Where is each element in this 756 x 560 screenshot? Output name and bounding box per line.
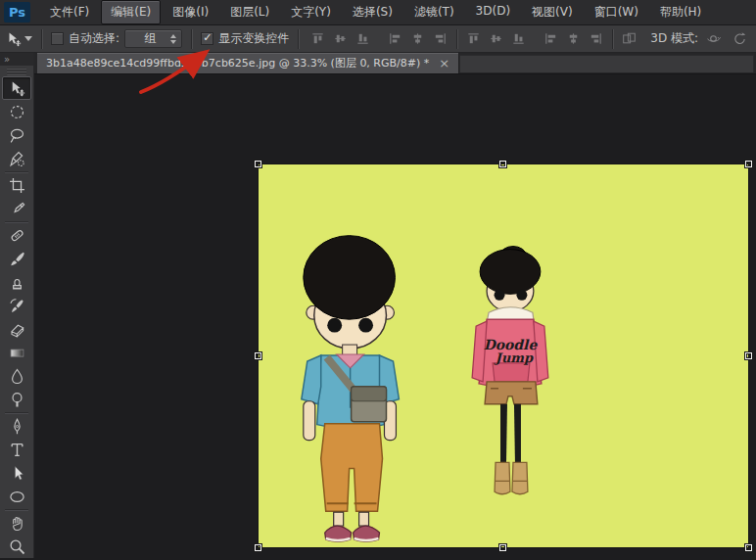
chevron-down-icon: [24, 36, 32, 41]
eraser-tool[interactable]: [2, 317, 31, 341]
align-vertical-centers-button[interactable]: [330, 29, 351, 49]
group-dropdown[interactable]: 组: [124, 29, 182, 48]
toolbar-separator: [5, 171, 28, 172]
distribute-vertical-centers-button[interactable]: [486, 29, 506, 49]
move-tool[interactable]: [2, 76, 31, 100]
tab-bar-empty-space: [459, 55, 754, 72]
eyedropper-tool[interactable]: [2, 197, 31, 220]
mode-3d-icons: [703, 29, 750, 49]
dodge-tool[interactable]: [2, 388, 31, 411]
boy-figure: [302, 236, 400, 541]
distribute-right-edges-button[interactable]: [586, 29, 606, 49]
menu-item-9[interactable]: 视图(V): [522, 0, 583, 24]
3d-roll-icon[interactable]: [730, 29, 750, 49]
workspace: » 3b1a48e89ce14cd99ffbd536b7cb625e.jpg @…: [0, 53, 756, 558]
toolbar-separator: [5, 221, 28, 222]
separator: [191, 29, 192, 49]
photoshop-logo: Ps: [4, 2, 30, 23]
document-tab[interactable]: 3b1a48e89ce14cd99ffbd536b7cb625e.jpg @ 3…: [37, 53, 459, 73]
auto-select-label: 自动选择:: [69, 30, 119, 47]
mode-3d-label: 3D 模式:: [650, 30, 698, 47]
blur-tool[interactable]: [2, 364, 31, 388]
zoom-tool[interactable]: [2, 535, 31, 558]
document-tab-bar: 3b1a48e89ce14cd99ffbd536b7cb625e.jpg @ 3…: [34, 53, 756, 74]
separator: [612, 29, 613, 49]
transform-handle-top-right[interactable]: [745, 161, 752, 167]
show-transform-checkbox[interactable]: ✓: [201, 32, 213, 45]
align-horizontal-centers-button[interactable]: [407, 29, 428, 49]
image-canvas[interactable]: Doodle Jump: [258, 163, 749, 548]
close-icon[interactable]: ×: [439, 57, 449, 70]
toolbar-tools: [0, 76, 33, 558]
spot-healing-brush-tool[interactable]: [2, 223, 31, 247]
menu-item-1[interactable]: 文件(F): [40, 0, 99, 24]
toolbar-separator: [5, 412, 28, 413]
girl-figure: Doodle Jump: [472, 247, 548, 494]
menu-bar: Ps 文件(F)编辑(E)图像(I)图层(L)文字(Y)选择(S)滤镜(T)3D…: [0, 0, 756, 25]
distribute-left-edges-button[interactable]: [541, 29, 561, 49]
tools-panel-collapse-button[interactable]: »: [0, 53, 33, 66]
menu-item-4[interactable]: 图层(L): [220, 0, 279, 24]
auto-select-checkbox[interactable]: [51, 32, 64, 45]
transform-handle-bottom-left[interactable]: [255, 544, 261, 551]
tool-options-bar: 自动选择: 组 ✓ 显示变换控件 3D 模式:: [0, 25, 756, 53]
type-tool[interactable]: [2, 438, 31, 461]
quick-selection-tool[interactable]: [2, 147, 31, 170]
toolbar-separator: [5, 509, 28, 510]
gradient-tool[interactable]: [2, 341, 31, 364]
menu-item-7[interactable]: 滤镜(T): [404, 0, 464, 24]
menu-item-8[interactable]: 3D(D): [466, 0, 520, 24]
crop-tool[interactable]: [2, 173, 31, 197]
menu-items: 文件(F)编辑(E)图像(I)图层(L)文字(Y)选择(S)滤镜(T)3D(D)…: [40, 0, 711, 24]
spinner-icon: [170, 34, 176, 44]
3d-orbit-icon[interactable]: [703, 29, 724, 49]
menu-item-6[interactable]: 选择(S): [343, 0, 402, 24]
elliptical-marquee-tool[interactable]: [2, 100, 31, 123]
ellipse-tool[interactable]: [2, 485, 31, 508]
brush-tool[interactable]: [2, 247, 31, 270]
hoodie-text-line2: Jump: [494, 350, 534, 365]
double-chevron-icon: »: [4, 55, 10, 65]
align-right-edges-button[interactable]: [430, 29, 450, 49]
canvas-pasteboard[interactable]: Doodle Jump: [34, 74, 756, 558]
transform-handle-middle-left[interactable]: [255, 352, 261, 359]
distribute-top-edges-button[interactable]: [463, 29, 484, 49]
menu-item-10[interactable]: 窗口(W): [585, 0, 648, 24]
hand-tool[interactable]: [2, 511, 31, 535]
lasso-tool[interactable]: [2, 123, 31, 147]
move-tool-icon: [6, 31, 22, 47]
document-tab-title: 3b1a48e89ce14cd99ffbd536b7cb625e.jpg @ 3…: [46, 56, 429, 70]
pen-tool[interactable]: [2, 414, 31, 438]
distribute-bottom-edges-button[interactable]: [508, 29, 529, 49]
transform-handle-bottom-center[interactable]: [499, 544, 506, 551]
group-dropdown-value: 组: [130, 30, 170, 47]
align-top-edges-button[interactable]: [307, 29, 328, 49]
auto-align-layers-button[interactable]: [619, 29, 639, 49]
show-transform-label: 显示变换控件: [218, 30, 289, 47]
path-selection-tool[interactable]: [2, 461, 31, 485]
align-bottom-edges-button[interactable]: [353, 29, 373, 49]
transform-handle-middle-right[interactable]: [745, 352, 752, 359]
history-brush-tool[interactable]: [2, 294, 31, 317]
menu-item-11[interactable]: 帮助(H): [650, 0, 711, 24]
document-area: 3b1a48e89ce14cd99ffbd536b7cb625e.jpg @ 3…: [34, 53, 756, 558]
menu-item-5[interactable]: 文字(Y): [281, 0, 341, 24]
align-controls: [307, 29, 639, 49]
menu-item-3[interactable]: 图像(I): [163, 0, 218, 24]
tool-preset-picker[interactable]: [6, 31, 32, 47]
artwork-two-cartoon-characters: Doodle Jump: [259, 164, 748, 547]
clone-stamp-tool[interactable]: [2, 270, 31, 294]
tools-panel: »: [0, 53, 34, 558]
transform-handle-top-center[interactable]: [499, 161, 506, 167]
distribute-horizontal-centers-button[interactable]: [563, 29, 584, 49]
transform-handle-top-left[interactable]: [255, 161, 261, 167]
separator: [41, 29, 42, 49]
check-icon: ✓: [203, 32, 212, 43]
separator: [298, 29, 299, 49]
separator: [456, 29, 457, 49]
align-left-edges-button[interactable]: [385, 29, 405, 49]
transform-handle-bottom-right[interactable]: [745, 544, 752, 551]
tools-panel-grip[interactable]: [7, 68, 26, 75]
menu-item-2[interactable]: 编辑(E): [101, 0, 161, 24]
